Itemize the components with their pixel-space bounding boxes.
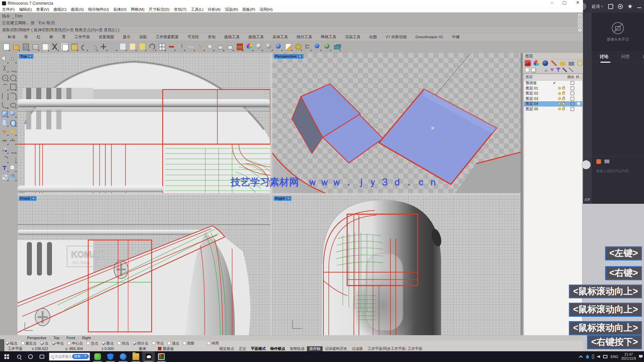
expand-icon[interactable] [569, 68, 573, 72]
toolbar-tab[interactable]: 中键 [447, 34, 464, 41]
toolbar-icon[interactable] [197, 42, 205, 51]
new-sublayer-icon[interactable] [531, 68, 536, 72]
checkbox[interactable] [102, 342, 105, 345]
toolbar-icon[interactable] [60, 42, 69, 51]
toolbar-icon[interactable] [323, 42, 331, 51]
checkbox[interactable] [40, 342, 44, 345]
toolbar-icon[interactable] [138, 42, 147, 51]
menu-item[interactable]: 编辑(E) [19, 7, 32, 12]
lock-icon[interactable] [562, 98, 565, 100]
osnap-toggle[interactable]: 停用 [207, 341, 219, 346]
lock-icon[interactable] [562, 103, 565, 105]
layer-row[interactable]: 图层 01 [524, 86, 582, 91]
quality-selector[interactable]: 超清▼ [592, 4, 603, 9]
viewport-front-label[interactable]: Front▼ [19, 196, 37, 201]
scroll-down-icon[interactable]: ▼ [578, 24, 582, 28]
tool-icon[interactable] [9, 73, 17, 82]
minimize-button[interactable]: – [551, 0, 553, 5]
toolbar-icon[interactable] [274, 42, 283, 51]
toolbar-icon[interactable] [2, 42, 10, 51]
menu-item[interactable]: 细分物件(U) [88, 7, 109, 12]
status-units[interactable]: 毫米 [130, 346, 155, 351]
tool-icon[interactable] [9, 155, 17, 163]
layer-row[interactable]: 预设值 ✔ [524, 80, 582, 86]
osnap-toggle[interactable]: 顶点 [167, 341, 179, 346]
toolbar-icon[interactable] [265, 42, 273, 51]
tool-icon[interactable] [9, 145, 17, 154]
toolbar-tab[interactable]: 网格工具 [317, 34, 341, 41]
layer-color-swatch[interactable] [571, 86, 574, 90]
toolbar-icon[interactable] [177, 42, 185, 51]
viewport-top-label[interactable]: Top▼ [19, 54, 34, 59]
attach-image-icon[interactable] [604, 160, 609, 163]
toolbar-tab[interactable]: 曲面工具 [244, 34, 268, 41]
floating-button[interactable] [582, 160, 591, 169]
viewport-tab[interactable]: Front [63, 336, 78, 340]
toolbar-tab[interactable]: 标准 [3, 34, 20, 41]
toolbar-icon[interactable] [313, 42, 322, 51]
checkbox[interactable] [133, 342, 136, 345]
osnap-toggle[interactable]: 交点 [87, 341, 98, 346]
checkbox[interactable] [167, 342, 171, 345]
toolbar-icon[interactable] [235, 42, 244, 51]
bulb-icon[interactable] [558, 92, 561, 95]
tray-expand-icon[interactable] [579, 355, 583, 359]
materials-tab-icon[interactable] [542, 60, 548, 66]
layer-color-swatch[interactable] [571, 92, 574, 95]
menu-item[interactable]: 查看(V) [36, 7, 49, 12]
task-view-icon[interactable] [36, 351, 48, 362]
checkbox[interactable] [87, 342, 90, 345]
tools-icon[interactable] [562, 68, 567, 72]
menu-item[interactable]: 变动(T) [174, 7, 186, 12]
viewport-perspective-label[interactable]: Perspective▼ [274, 54, 304, 59]
tool-icon[interactable] [9, 91, 17, 100]
maximize-button[interactable]: ▢ [562, 0, 567, 5]
taskbar-app-explorer[interactable] [129, 351, 142, 362]
checkbox[interactable] [183, 342, 186, 345]
close-button[interactable]: ✕ [576, 0, 580, 5]
bulb-icon[interactable] [558, 108, 561, 110]
menu-item[interactable]: 工具(L) [191, 7, 203, 12]
tool-icon[interactable] [1, 64, 9, 73]
chat-input[interactable]: 请输入您的讨论内容 [596, 169, 629, 174]
toolbar-tab[interactable]: 工作平面 [70, 34, 94, 41]
toolbar-tab[interactable]: Grasshopper 01 [411, 34, 447, 40]
toolbar-icon[interactable] [255, 42, 263, 51]
layer-color-swatch[interactable] [571, 81, 574, 85]
toolbar-tab[interactable]: 可见性 [183, 34, 204, 41]
toolbar-tab[interactable]: 选取 [135, 34, 151, 41]
layer-row[interactable]: 图层 05 [524, 107, 582, 112]
emoji-icon[interactable] [596, 159, 601, 164]
display-icon[interactable] [603, 355, 607, 358]
tool-icon[interactable] [9, 127, 17, 136]
move-down-icon[interactable] [550, 68, 554, 72]
collapse-button[interactable] [583, 3, 586, 10]
bulb-icon[interactable] [558, 97, 561, 100]
osnap-toggle[interactable]: 中心点 [67, 341, 83, 346]
toolbar-icon[interactable] [21, 42, 30, 51]
start-button[interactable] [0, 351, 13, 362]
status-toggle[interactable]: 操作轴 [307, 346, 323, 351]
toolbar-tab[interactable]: 工作视窗配置 [151, 34, 183, 41]
command-scrollbar[interactable]: ▲ ▼ ≡ [578, 13, 582, 32]
checkbox[interactable] [6, 342, 9, 345]
sun-tab-icon[interactable] [577, 60, 583, 66]
osnap-toggle[interactable]: 最近点 [21, 341, 37, 346]
toolbar-tab[interactable]: 显示 [118, 34, 135, 41]
checkbox[interactable] [21, 342, 24, 345]
tool-icon[interactable] [1, 91, 9, 100]
speaker-icon[interactable] [597, 355, 600, 358]
tool-icon[interactable] [1, 100, 9, 109]
menu-item[interactable]: 曲线(C) [53, 7, 66, 12]
menu-item[interactable]: 网格(M) [131, 7, 144, 12]
layer-row[interactable]: 图层 04 [524, 101, 582, 107]
toolbar-icon[interactable] [31, 42, 40, 51]
taskbar-app-wechat[interactable] [91, 351, 104, 362]
tool-icon[interactable] [9, 82, 17, 91]
status-toggle[interactable]: 记录建构历史 [323, 346, 350, 351]
clock[interactable]: 21:472021/11/9 [621, 353, 636, 361]
bulb-icon[interactable] [558, 87, 561, 89]
chat-tab[interactable]: 成员 [643, 54, 644, 60]
osnap-toggle[interactable]: 切点 [117, 341, 129, 346]
toolbar-icon[interactable] [70, 42, 78, 51]
